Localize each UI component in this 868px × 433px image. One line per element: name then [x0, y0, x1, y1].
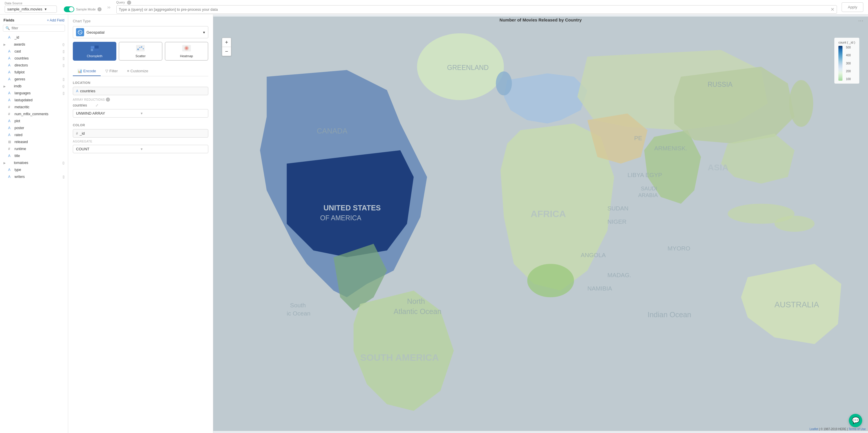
field-icon-runtime: #: [8, 147, 13, 151]
credit-here: © 1987-2019 HERE: [821, 428, 846, 431]
array-reductions-label: ARRAY REDUCTIONS i: [73, 97, 208, 101]
terms-of-use-link[interactable]: Terms of Use: [848, 428, 866, 431]
map-options-button[interactable]: ⋯: [858, 18, 863, 24]
field-item-languages[interactable]: A languages []: [0, 90, 68, 97]
field-item-poster[interactable]: A poster: [0, 124, 68, 131]
field-item-genres[interactable]: A genres []: [0, 76, 68, 83]
field-item-_id[interactable]: A _id: [0, 34, 68, 41]
color-field-icon: #: [76, 131, 78, 135]
field-item-writers[interactable]: A writers []: [0, 173, 68, 180]
field-item-num_mflix_comments[interactable]: # num_mflix_comments: [0, 111, 68, 118]
svg-text:SAUDI: SAUDI: [641, 185, 657, 191]
legend-value-300: 300: [846, 62, 851, 65]
main-layout: Fields + Add Field 🔍 A _id ▶ awards {} A…: [0, 14, 868, 433]
fields-list: A _id ▶ awards {} A cast [] A countries …: [0, 34, 68, 433]
svg-point-7: [137, 49, 139, 50]
svg-point-8: [139, 47, 141, 48]
svg-text:SUDAN: SUDAN: [608, 205, 629, 212]
chart-subtype-choropleth[interactable]: Choropleth: [73, 42, 116, 61]
sample-mode-toggle[interactable]: [64, 6, 74, 12]
location-unwind-dropdown[interactable]: UNWIND ARRAY ▾: [73, 109, 208, 118]
svg-text:ANGOLA: ANGOLA: [581, 252, 606, 258]
chart-subtypes: Choropleth Scatter: [73, 42, 208, 61]
sample-mode-inner: Sample Mode i: [64, 6, 101, 12]
zoom-out-button[interactable]: −: [222, 47, 231, 56]
legend-value-100: 100: [846, 78, 851, 81]
chart-type-dropdown-icon: ▾: [203, 30, 205, 34]
choropleth-icon: [90, 45, 99, 53]
array-reductions-info-icon[interactable]: i: [106, 97, 110, 101]
color-section: Color # _id AGGREGATE COUNT ▾: [73, 123, 208, 153]
svg-text:PE: PE: [634, 135, 642, 141]
scatter-label: Scatter: [135, 54, 146, 58]
filter-tab-icon: ▽: [105, 69, 108, 73]
field-expand-imdb[interactable]: ▶: [3, 85, 6, 88]
field-item-awards[interactable]: ▶ awards {}: [0, 41, 68, 48]
chat-bubble-button[interactable]: 💬: [849, 414, 862, 427]
svg-text:OF AMERICA: OF AMERICA: [320, 214, 362, 222]
leaflet-link[interactable]: Leaflet: [809, 428, 818, 431]
svg-text:UNITED STATES: UNITED STATES: [323, 204, 381, 212]
field-item-imdb[interactable]: ▶ imdb {}: [0, 83, 68, 90]
field-item-type[interactable]: A type: [0, 166, 68, 173]
tab-customize[interactable]: ≡ Customize: [122, 66, 153, 76]
chart-subtype-scatter[interactable]: Scatter: [119, 42, 162, 61]
legend-labels: 500 400 300 200 100: [846, 46, 851, 81]
fields-title: Fields: [3, 18, 14, 22]
field-item-cast[interactable]: A cast []: [0, 48, 68, 55]
add-field-button[interactable]: + Add Field: [47, 18, 64, 22]
chart-type-icon: [76, 28, 84, 36]
encode-tab-label: Encode: [83, 69, 96, 73]
field-name-type: type: [14, 168, 63, 172]
svg-text:CANADA: CANADA: [317, 127, 347, 135]
aggregate-label: AGGREGATE: [73, 140, 208, 143]
field-name-awards: awards: [14, 42, 61, 47]
field-name-metacritic: metacritic: [14, 105, 63, 109]
field-icon-cast: A: [8, 49, 13, 53]
color-count-dropdown[interactable]: COUNT ▾: [73, 145, 208, 153]
svg-text:MADAG.: MADAG.: [608, 272, 631, 278]
location-resize-icon[interactable]: ⤢: [95, 103, 98, 107]
unwind-array-label: UNWIND ARRAY: [76, 111, 141, 116]
field-name-plot: plot: [14, 119, 63, 123]
query-info-icon[interactable]: i: [127, 1, 131, 5]
field-badge-awards: {}: [62, 43, 64, 46]
field-item-countries[interactable]: A countries []: [0, 55, 68, 62]
query-input-row: ✕: [116, 5, 837, 13]
tab-encode[interactable]: 📊 Encode: [73, 66, 101, 76]
field-badge-languages: []: [63, 92, 64, 95]
scatter-icon: [136, 45, 145, 53]
field-item-lastupdated[interactable]: A lastupdated: [0, 97, 68, 103]
chart-type-selector[interactable]: Geospatial ▾: [73, 26, 208, 38]
svg-text:ARABIA: ARABIA: [638, 192, 658, 198]
field-item-directors[interactable]: A directors []: [0, 62, 68, 69]
field-expand-awards[interactable]: ▶: [3, 43, 6, 46]
chart-subtype-heatmap[interactable]: Heatmap: [165, 42, 208, 61]
field-item-rated[interactable]: A rated: [0, 131, 68, 138]
field-expand-tomatoes[interactable]: ▶: [3, 161, 6, 164]
location-select-label: countries: [73, 103, 93, 107]
fields-search-input[interactable]: [11, 26, 62, 30]
color-title: Color: [73, 123, 208, 127]
datasource-value: sample_mflix.movies: [7, 7, 42, 11]
datasource-select[interactable]: sample_mflix.movies ▾: [5, 5, 57, 13]
field-item-metacritic[interactable]: # metacritic: [0, 103, 68, 111]
field-item-plot[interactable]: A plot: [0, 118, 68, 124]
field-item-runtime[interactable]: # runtime: [0, 145, 68, 152]
tab-filter[interactable]: ▽ Filter: [101, 66, 122, 76]
apply-button[interactable]: Apply: [842, 2, 863, 12]
zoom-in-button[interactable]: +: [222, 38, 231, 47]
field-item-tomatoes[interactable]: ▶ tomatoes {}: [0, 159, 68, 166]
field-item-title[interactable]: A title: [0, 152, 68, 159]
location-title: Location: [73, 81, 208, 85]
query-input[interactable]: [119, 7, 829, 11]
query-clear-button[interactable]: ✕: [831, 7, 834, 12]
field-item-fullplot[interactable]: A fullplot: [0, 69, 68, 76]
svg-text:ARMENISK.: ARMENISK.: [654, 145, 687, 152]
svg-text:RUSSIA: RUSSIA: [708, 81, 733, 88]
data-source-label: Data Source: [5, 1, 57, 5]
svg-text:Indian Ocean: Indian Ocean: [648, 311, 691, 319]
field-item-released[interactable]: ⊞ released: [0, 138, 68, 145]
sample-mode-info-icon[interactable]: i: [97, 7, 101, 11]
field-badge-countries: []: [63, 57, 64, 60]
